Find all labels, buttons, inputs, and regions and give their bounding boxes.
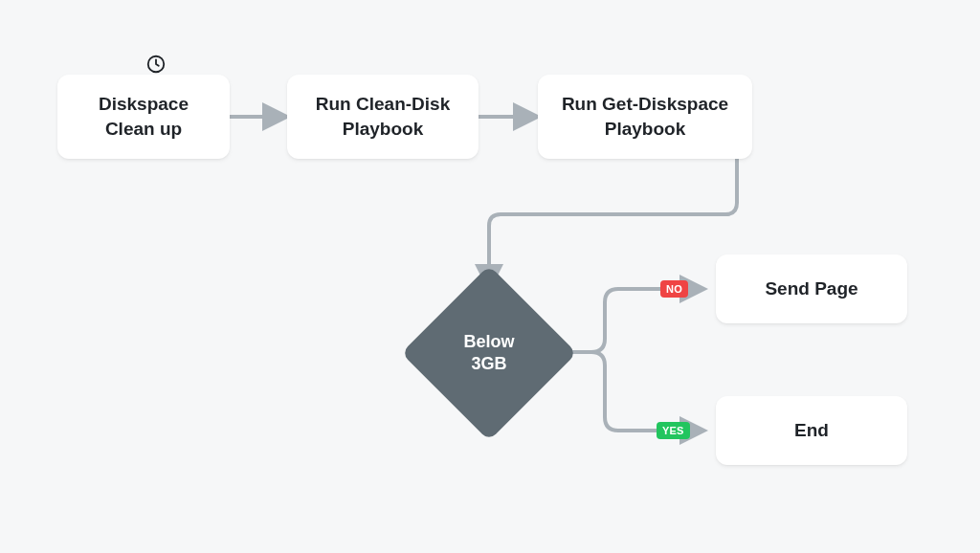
branch-label-no: NO	[660, 280, 688, 298]
node-text: Playbook	[605, 119, 685, 139]
decision-text: Below	[463, 332, 514, 351]
node-text: Send Page	[765, 276, 858, 301]
decision-text: 3GB	[471, 354, 506, 373]
node-end: End	[716, 396, 907, 465]
node-text: Diskspace	[99, 94, 189, 114]
node-diskspace-cleanup: Diskspace Clean up	[57, 75, 230, 159]
node-text: End	[794, 418, 829, 443]
node-text: Run Clean-Disk	[316, 94, 450, 114]
flow-canvas: Diskspace Clean up Run Clean-Disk Playbo…	[0, 0, 980, 553]
node-send-page: Send Page	[716, 254, 907, 323]
branch-label-yes: YES	[657, 422, 690, 439]
node-text: Clean up	[105, 119, 182, 139]
node-run-clean-disk: Run Clean-Disk Playbook	[287, 75, 479, 159]
node-text: Playbook	[343, 119, 423, 139]
clock-icon	[145, 54, 167, 75]
decision-below-3gb: Below 3GB	[427, 291, 551, 415]
node-run-get-diskspace: Run Get-Diskspace Playbook	[538, 75, 752, 159]
node-text: Run Get-Diskspace	[562, 94, 728, 114]
